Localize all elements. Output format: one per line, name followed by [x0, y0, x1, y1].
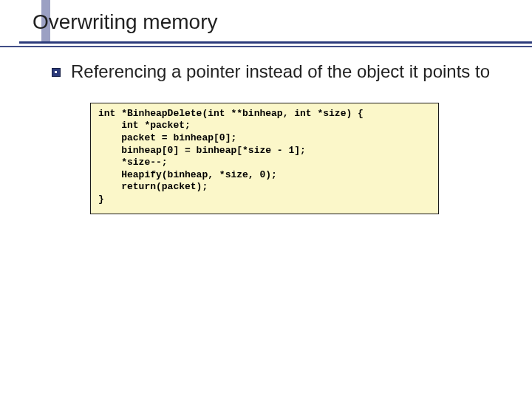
bullet-text: Referencing a pointer instead of the obj… [71, 61, 490, 83]
slide-body: Referencing a pointer instead of the obj… [52, 61, 502, 214]
slide: Overwriting memory Referencing a pointer… [0, 0, 532, 399]
title-underline-thin [0, 46, 532, 47]
bullet-inner-dot-icon [55, 71, 57, 73]
bullet-item: Referencing a pointer instead of the obj… [52, 61, 502, 83]
slide-title: Overwriting memory [33, 10, 532, 34]
slide-header: Overwriting memory [0, 0, 532, 38]
code-snippet: int *BinheapDelete(int **binheap, int *s… [90, 103, 439, 214]
title-underline-thick [19, 41, 532, 44]
square-bullet-icon [52, 68, 61, 77]
